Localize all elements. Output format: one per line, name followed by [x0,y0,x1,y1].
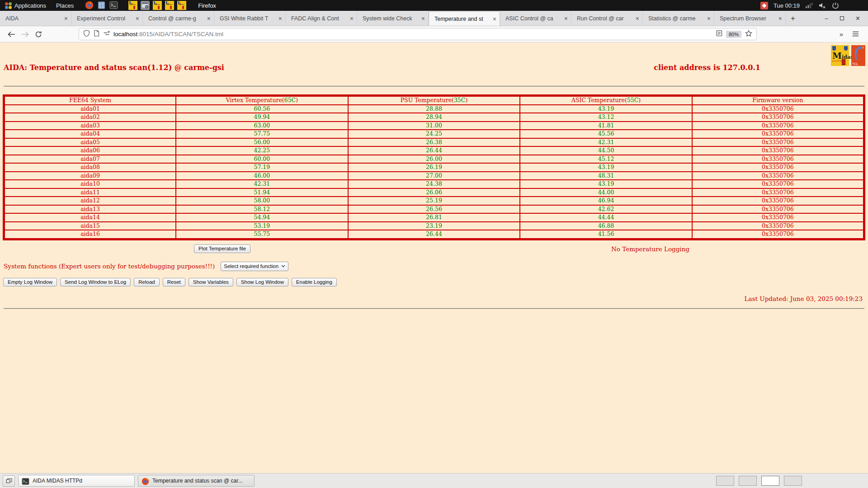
cell-firmware: 0x3350706 [692,230,864,239]
terminal-icon [22,477,29,485]
browser-tab[interactable]: FADC Align & Cont× [286,11,357,26]
files-icon[interactable] [97,1,106,10]
terminal-icon[interactable] [109,1,118,10]
midas-icon[interactable]: Midas [165,1,174,10]
divider-top [4,86,864,87]
bookmark-star-icon[interactable] [745,30,752,38]
browser-tab[interactable]: Run Control @ car× [571,11,643,26]
browser-tab[interactable]: AIDA× [0,11,71,26]
tab-close-icon[interactable]: × [350,15,354,22]
svg-text:idas: idas [181,3,184,5]
desktop-screen: Applications Places MidasMidasMidasMidas… [0,0,868,488]
cell-virtex: 57.75 [176,130,348,138]
url-bar[interactable]: localhost:8015/AIDA/TSCAN/TSCAN.tml 80% [79,28,757,40]
midas-icon[interactable]: Midas [153,1,162,10]
cell-firmware: 0x3350706 [692,197,864,205]
tab-close-icon[interactable]: × [278,15,282,22]
function-select[interactable]: Select required function [221,262,288,271]
cell-firmware: 0x3350706 [692,138,864,147]
table-header-row: FEE64 SystemVirtex Temperature(65C)PSU T… [4,96,864,105]
zoom-level-badge[interactable]: 80% [726,31,741,38]
taskbar-task[interactable]: AIDA MIDAS HTTPd [18,475,135,487]
back-button[interactable] [5,28,18,41]
browser-tab[interactable]: Temperature and st× [429,11,500,26]
network-icon[interactable]: ? [805,2,813,9]
browser-tab[interactable]: Spectrum Browser× [714,11,786,26]
maximize-button[interactable] [840,16,844,20]
tab-title: System wide Check [363,15,419,22]
browser-tab[interactable]: GSI White Rabbit T× [214,11,286,26]
browser-tab[interactable]: Control @ carme-g× [143,11,214,26]
action-button[interactable]: Reload [134,278,159,286]
column-header: PSU Temperature(35C) [348,96,520,105]
tab-title: AIDA [5,15,62,22]
hamburger-menu-icon[interactable] [852,30,859,38]
tab-close-icon[interactable]: × [778,15,782,22]
cell-firmware: 0x3350706 [692,146,864,155]
workspace-box[interactable] [739,476,757,486]
svg-text:?: ? [811,2,813,6]
action-button[interactable]: Send Log Window to ELog [60,278,131,286]
cell-asic: 45.56 [520,130,692,138]
cell-fee64: aida07 [4,155,176,164]
firefox-icon[interactable] [85,1,94,10]
notification-icon[interactable] [760,2,768,9]
page-info-icon[interactable] [94,30,99,38]
browser-tab[interactable]: Experiment Control× [71,11,143,26]
minimize-button[interactable]: – [825,15,828,21]
tab-close-icon[interactable]: × [493,16,496,22]
permissions-icon[interactable] [103,30,110,38]
action-button[interactable]: Show Variables [189,278,233,286]
clock[interactable]: Tue 00:19 [774,2,800,9]
midas-icon[interactable]: Midas [177,1,186,10]
cell-psu: 26.00 [348,155,520,164]
cell-asic: 41.56 [520,230,692,239]
plot-temperature-button[interactable]: Plot Temperature file [194,244,250,253]
action-button[interactable]: Show Log Window [236,278,288,286]
workspace-pager [716,476,802,486]
table-row: aida0946.0027.0048.310x3350706 [4,172,864,180]
table-row: aida0160.5628.8843.190x3350706 [4,105,864,113]
taskbar-task[interactable]: Temperature and status scan @ car... [138,475,255,487]
workspace-box[interactable] [784,476,802,486]
workspace-box[interactable] [716,476,734,486]
browser-tab[interactable]: ASIC Control @ ca× [500,11,571,26]
browser-tab[interactable]: Statistics @ carme× [643,11,714,26]
tab-close-icon[interactable]: × [636,15,639,22]
tab-close-icon[interactable]: × [136,15,139,22]
close-window-button[interactable]: × [856,15,860,22]
show-desktop-button[interactable] [3,475,15,487]
reload-button[interactable] [32,28,45,41]
tab-strip: AIDA×Experiment Control×Control @ carme-… [0,11,786,26]
applications-menu[interactable]: Applications [0,0,51,11]
new-tab-button[interactable]: + [786,11,800,26]
url-text[interactable]: localhost:8015/AIDA/TSCAN/TSCAN.tml [113,31,712,38]
tab-close-icon[interactable]: × [64,15,68,22]
action-button[interactable]: Reset [163,278,185,286]
tab-close-icon[interactable]: × [421,15,425,22]
overflow-chevrons-icon[interactable]: » [840,30,843,38]
volume-muted-icon[interactable] [818,2,826,9]
cell-fee64: aida11 [4,188,176,197]
cell-asic: 45.12 [520,155,692,164]
places-menu[interactable]: Places [51,0,79,11]
power-icon[interactable] [832,2,839,9]
midas-icon[interactable]: Midas [128,1,137,10]
reader-view-icon[interactable] [716,30,722,38]
tab-close-icon[interactable]: × [564,15,568,22]
workspace-box[interactable] [761,476,779,486]
cell-firmware: 0x3350706 [692,105,864,113]
shield-icon[interactable] [83,30,90,39]
cell-virtex: 60.56 [176,105,348,113]
action-button[interactable]: Enable Logging [292,278,337,286]
cell-psu: 26.44 [348,146,520,155]
cell-virtex: 56.00 [176,138,348,147]
tab-close-icon[interactable]: × [707,15,711,22]
forward-button[interactable] [18,28,32,41]
table-row: aida1151.9426.0644.000x3350706 [4,188,864,197]
browser-tab[interactable]: System wide Check× [357,11,429,26]
tab-close-icon[interactable]: × [207,15,211,22]
action-button[interactable]: Empty Log Window [3,278,57,286]
screenshot-icon[interactable] [141,1,150,10]
cell-psu: 26.81 [348,213,520,222]
